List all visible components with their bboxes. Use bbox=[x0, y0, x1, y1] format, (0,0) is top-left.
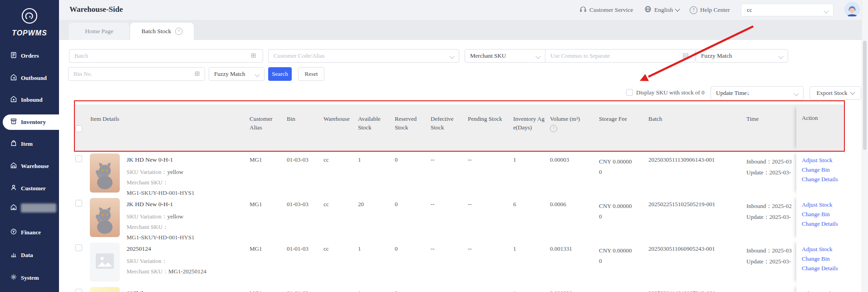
row-checkbox[interactable] bbox=[75, 200, 82, 207]
product-image-cat bbox=[90, 153, 120, 193]
adjust-stock-link[interactable]: Adjust Stock bbox=[802, 200, 845, 209]
sidebar-item-customer[interactable]: Customer bbox=[0, 181, 59, 196]
topbar: Warehouse-Side Customer Service English … bbox=[59, 0, 868, 20]
defective-stock-cell: -- bbox=[431, 201, 435, 208]
change-details-link[interactable]: Change Details bbox=[802, 219, 845, 228]
customer-alias-cell: MG1 bbox=[250, 156, 262, 163]
defective-stock-cell: -- bbox=[431, 245, 435, 252]
volume-help-icon[interactable]: ? bbox=[550, 125, 557, 132]
time-cell: Inbound：2025-03 Update：2025-03- bbox=[746, 156, 792, 178]
customer-service-link[interactable]: Customer Service bbox=[579, 0, 633, 20]
scrollbar-thumb[interactable] bbox=[863, 41, 867, 150]
fuzzy-match-select-bottom[interactable]: Fuzzy Match bbox=[209, 67, 265, 81]
adjust-stock-link[interactable]: Adjust Stock bbox=[802, 289, 845, 292]
account-select[interactable]: cc bbox=[741, 4, 834, 16]
bin-cell: 01-01-03 bbox=[287, 290, 309, 292]
batch-cell: 2025030414640087243-001 bbox=[648, 290, 715, 292]
warehouse-cell: cc bbox=[324, 156, 329, 163]
fuzzy-match-select-top[interactable]: Fuzzy Match bbox=[696, 49, 788, 63]
help-center-label: Help Center bbox=[700, 6, 730, 14]
update-time: Update：2025-03- bbox=[746, 212, 792, 223]
sidebar-item-data[interactable]: Data bbox=[0, 247, 59, 263]
merchant-sku-select[interactable]: Merchant SKU bbox=[465, 49, 545, 63]
sidebar-item-outbound[interactable]: Outbound bbox=[0, 70, 59, 86]
row-checkbox[interactable] bbox=[75, 155, 82, 162]
sku-variation-label: SKU Variation： bbox=[127, 257, 167, 264]
change-bin-link[interactable]: Change Bin bbox=[802, 165, 845, 174]
bin-more-icon[interactable]: ⊞ bbox=[194, 70, 200, 77]
export-stock-button[interactable]: Export Stock bbox=[809, 86, 861, 100]
reserved-stock-cell: 0 bbox=[395, 156, 398, 163]
app-window: TOPWMS Orders Outbound Inbound Inventory… bbox=[0, 0, 868, 292]
available-stock-cell: 20 bbox=[358, 201, 364, 208]
pending-stock-cell: -- bbox=[468, 201, 472, 208]
change-bin-link[interactable]: Change Bin bbox=[802, 254, 845, 263]
update-time: Update：2025-03- bbox=[746, 256, 792, 267]
col-available-stock: Available Stock bbox=[358, 114, 386, 132]
batch-input[interactable] bbox=[69, 49, 263, 63]
sidebar-item-inventory[interactable]: Inventory bbox=[3, 114, 59, 130]
merchant-sku-label: Merchant SKU： bbox=[127, 268, 168, 275]
adjust-stock-link[interactable]: Adjust Stock bbox=[802, 155, 845, 165]
display-sku-checkbox[interactable] bbox=[626, 89, 633, 96]
language-switcher[interactable]: English bbox=[644, 0, 679, 20]
batch-cell: 2025030511130906143-001 bbox=[648, 156, 715, 163]
sidebar-item-item[interactable]: Item bbox=[0, 136, 59, 152]
pending-stock-cell: -- bbox=[468, 290, 472, 292]
change-details-link[interactable]: Change Details bbox=[802, 174, 845, 184]
sidebar-item-inbound[interactable]: Inbound bbox=[0, 92, 59, 108]
bin-no-input[interactable] bbox=[68, 67, 205, 81]
inbound-time: Inbound：2025-02 bbox=[746, 201, 792, 212]
table-row: 66Cbil MG1 01-01-03 cc 1 0 -- -- 1 0.000… bbox=[74, 284, 845, 292]
sku-list-icon[interactable]: ▤ bbox=[682, 52, 689, 59]
tab-home-page[interactable]: Home Page bbox=[69, 23, 129, 40]
redacted-label bbox=[21, 203, 56, 213]
outbound-icon bbox=[10, 74, 17, 83]
fuzzy-match-value: Fuzzy Match bbox=[701, 52, 732, 59]
merchant-sku-label: Merchant SKU： bbox=[127, 179, 168, 186]
bin-cell: 01-01-03 bbox=[287, 245, 309, 252]
adjust-stock-link[interactable]: Adjust Stock bbox=[802, 244, 845, 254]
sidebar-item-system[interactable]: System bbox=[0, 270, 59, 286]
avatar[interactable] bbox=[844, 2, 860, 17]
merchant-sku-label: Merchant SKU： bbox=[127, 223, 168, 230]
sidebar-item-finance[interactable]: Finance bbox=[0, 225, 59, 240]
table-header: Item Details Customer Alias Bin Warehous… bbox=[74, 104, 845, 151]
help-center-link[interactable]: ? Help Center bbox=[690, 0, 730, 20]
item-name: 20250124 bbox=[127, 245, 245, 252]
item-name: JK HD New 0-H-1 bbox=[127, 156, 245, 163]
row-checkbox[interactable] bbox=[75, 289, 82, 292]
sku-list-input[interactable] bbox=[545, 49, 695, 63]
sort-select[interactable]: Update Time↓ bbox=[711, 86, 804, 100]
table-row: JK HD New 0-H-1 SKU Variation：yellow Mer… bbox=[74, 195, 845, 240]
sidebar-item-orders[interactable]: Orders bbox=[0, 48, 59, 64]
row-checkbox[interactable] bbox=[75, 244, 82, 251]
col-inventory-age: Inventory Age(Days) bbox=[513, 114, 546, 132]
sidebar-item-warehouse[interactable]: Warehouse bbox=[0, 158, 59, 174]
change-details-link[interactable]: Change Details bbox=[802, 263, 845, 273]
reset-button[interactable]: Reset bbox=[298, 67, 324, 81]
bin-cell: 01-03-03 bbox=[287, 201, 309, 208]
topwms-logo-icon bbox=[0, 5, 59, 28]
change-bin-link[interactable]: Change Bin bbox=[802, 209, 845, 219]
available-stock-cell: 1 bbox=[358, 290, 361, 292]
sidebar-item-label: Customer bbox=[21, 185, 46, 192]
customer-icon bbox=[10, 184, 17, 193]
item-name: 66Cbil bbox=[127, 290, 245, 292]
warehouse-cell: cc bbox=[324, 290, 329, 292]
sidebar-item-redacted[interactable] bbox=[0, 200, 59, 216]
select-all-checkbox[interactable] bbox=[75, 125, 82, 132]
batch-more-icon[interactable]: ⊞ bbox=[250, 52, 256, 59]
inbound-time: Inbound：2025-03 bbox=[746, 245, 792, 256]
bin-cell: 01-03-03 bbox=[287, 156, 309, 163]
customer-code-select[interactable]: Customer Code/Alias bbox=[268, 49, 459, 63]
volume-cell: 0.000026 bbox=[550, 290, 572, 292]
close-icon[interactable]: × bbox=[175, 28, 182, 35]
orders-icon bbox=[10, 51, 17, 60]
merchant-sku-value: MG1-SKUY-HD-001-HYS1 bbox=[127, 188, 245, 196]
search-button[interactable]: Search bbox=[268, 67, 292, 81]
pending-stock-cell: -- bbox=[468, 156, 472, 163]
storage-fee-cell: CNY 0.000000 bbox=[599, 201, 634, 222]
col-defective-stock: Defective Stock bbox=[431, 114, 460, 132]
tab-batch-stock[interactable]: Batch Stock × bbox=[130, 23, 194, 40]
